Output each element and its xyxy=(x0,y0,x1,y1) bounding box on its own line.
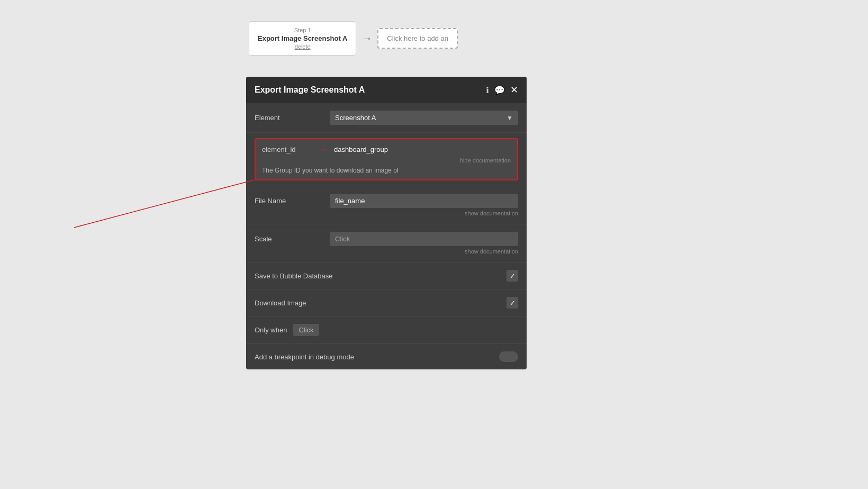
file-name-field-row: File Name file_name show documentation xyxy=(246,186,527,224)
step-title: Export Image Screenshot A xyxy=(258,34,347,42)
only-when-row: Only when Click xyxy=(246,316,527,344)
dropdown-arrow-icon: ▼ xyxy=(507,114,513,122)
element-id-wrapper: element_id → dashboard_group hide docume… xyxy=(246,133,527,186)
only-when-click-badge[interactable]: Click xyxy=(293,324,319,336)
step-label: Step 1 xyxy=(258,27,347,33)
file-name-value-container: file_name show documentation xyxy=(330,194,518,216)
debug-label: Add a breakpoint in debug mode xyxy=(255,353,354,361)
scale-field-row: Scale Click show documentation xyxy=(246,224,527,262)
debug-toggle[interactable] xyxy=(499,351,518,362)
step-next-card[interactable]: Click here to add an xyxy=(377,28,458,49)
save-bubble-label: Save to Bubble Database xyxy=(255,272,332,280)
save-bubble-check-icon: ✓ xyxy=(510,272,516,280)
download-image-check-icon: ✓ xyxy=(510,299,516,307)
scale-show-doc[interactable]: show documentation xyxy=(330,248,518,255)
debug-row: Add a breakpoint in debug mode xyxy=(246,344,527,369)
scale-input[interactable]: Click xyxy=(330,232,518,246)
info-icon[interactable]: ℹ xyxy=(486,85,489,95)
panel-body: Element Screenshot A ▼ element_id → dash… xyxy=(246,103,527,369)
scale-label: Scale xyxy=(255,232,323,243)
element-id-section: element_id → dashboard_group hide docume… xyxy=(255,138,518,180)
element-dropdown[interactable]: Screenshot A ▼ xyxy=(330,111,518,125)
element-id-doc-text: The Group ID you want to download an ima… xyxy=(262,167,511,174)
file-name-input[interactable]: file_name xyxy=(330,194,518,208)
hide-doc-link[interactable]: hide documentation xyxy=(262,157,511,164)
file-name-show-doc[interactable]: show documentation xyxy=(330,210,518,216)
panel: Export Image Screenshot A ℹ 💬 ✕ Element … xyxy=(246,77,527,369)
scale-value-container: Click show documentation xyxy=(330,232,518,255)
element-id-arrow-icon: → xyxy=(320,144,329,154)
download-image-row: Download Image ✓ xyxy=(246,289,527,316)
save-bubble-row: Save to Bubble Database ✓ xyxy=(246,262,527,289)
element-id-row: element_id → dashboard_group xyxy=(262,144,511,154)
panel-title: Export Image Screenshot A xyxy=(255,85,365,95)
element-value-container: Screenshot A ▼ xyxy=(330,111,518,125)
element-id-label: element_id xyxy=(262,146,315,153)
step-next-label: Click here to add an xyxy=(387,34,448,42)
element-label: Element xyxy=(255,111,323,122)
panel-header: Export Image Screenshot A ℹ 💬 ✕ xyxy=(246,77,527,103)
file-name-label: File Name xyxy=(255,194,323,205)
element-id-value: dashboard_group xyxy=(334,146,388,153)
element-dropdown-value: Screenshot A xyxy=(335,114,376,122)
download-image-label: Download Image xyxy=(255,299,306,307)
panel-header-icons: ℹ 💬 ✕ xyxy=(486,84,518,96)
close-icon[interactable]: ✕ xyxy=(510,84,518,96)
step-flow: Step 1 Export Image Screenshot A delete … xyxy=(249,21,458,56)
comment-icon[interactable]: 💬 xyxy=(494,85,505,95)
step-delete-link[interactable]: delete xyxy=(258,43,347,50)
save-bubble-checkbox[interactable]: ✓ xyxy=(507,270,518,282)
download-image-checkbox[interactable]: ✓ xyxy=(507,297,518,309)
only-when-label: Only when xyxy=(255,326,287,334)
flow-arrow-icon: → xyxy=(361,32,372,44)
element-field-row: Element Screenshot A ▼ xyxy=(246,103,527,133)
step-card[interactable]: Step 1 Export Image Screenshot A delete xyxy=(249,21,356,56)
